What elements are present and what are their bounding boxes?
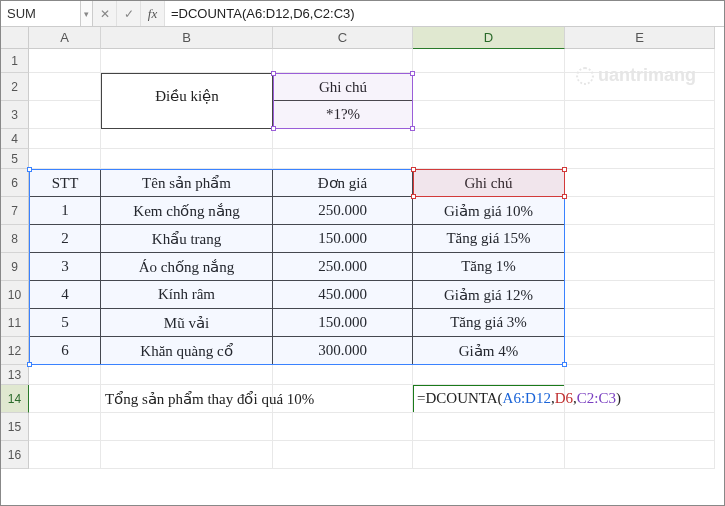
cell-E15[interactable] [565,413,715,441]
cell-C13[interactable] [273,365,413,385]
row-header-7[interactable]: 7 [1,197,29,225]
row-header-16[interactable]: 16 [1,441,29,469]
cell-D16[interactable] [413,441,565,469]
cell-B3[interactable]: Điều kiện [101,101,273,129]
row-header-10[interactable]: 10 [1,281,29,309]
col-header-A[interactable]: A [29,27,101,49]
row-header-11[interactable]: 11 [1,309,29,337]
cell-B9[interactable]: Áo chống nắng [101,253,273,281]
cell-D7[interactable]: Giảm giá 10% [413,197,565,225]
cell-E10[interactable] [565,281,715,309]
name-box-dropdown-icon[interactable]: ▾ [81,1,93,26]
cell-D1[interactable] [413,49,565,73]
cell-B13[interactable] [101,365,273,385]
cell-B10[interactable]: Kính râm [101,281,273,309]
cell-B1[interactable] [101,49,273,73]
cell-C2[interactable]: Ghi chú [273,73,413,101]
row-header-5[interactable]: 5 [1,149,29,169]
cell-E7[interactable] [565,197,715,225]
cell-C14[interactable] [273,385,413,413]
cell-A2[interactable] [29,73,101,101]
cell-C6[interactable]: Đơn giá [273,169,413,197]
cell-C15[interactable] [273,413,413,441]
row-header-12[interactable]: 12 [1,337,29,365]
cell-B4[interactable] [101,129,273,149]
row-header-9[interactable]: 9 [1,253,29,281]
spreadsheet-grid[interactable]: A B C D E 1 2 Ghi chú 3 Điều kiện *1?% 4 [1,27,724,469]
cell-A16[interactable] [29,441,101,469]
cell-B12[interactable]: Khăn quàng cổ [101,337,273,365]
cell-A4[interactable] [29,129,101,149]
cell-C12[interactable]: 300.000 [273,337,413,365]
cell-C11[interactable]: 150.000 [273,309,413,337]
cell-A10[interactable]: 4 [29,281,101,309]
cell-E6[interactable] [565,169,715,197]
row-header-1[interactable]: 1 [1,49,29,73]
cell-A11[interactable]: 5 [29,309,101,337]
cell-D14[interactable]: =DCOUNTA(A6:D12,D6,C2:C3) [413,385,565,413]
cell-D13[interactable] [413,365,565,385]
cell-B11[interactable]: Mũ vải [101,309,273,337]
cell-A14[interactable] [29,385,101,413]
row-header-15[interactable]: 15 [1,413,29,441]
name-box[interactable]: SUM [1,1,81,26]
cell-D6[interactable]: Ghi chú [413,169,565,197]
cell-D10[interactable]: Giảm giá 12% [413,281,565,309]
cell-D2[interactable] [413,73,565,101]
cell-B5[interactable] [101,149,273,169]
cell-E9[interactable] [565,253,715,281]
cell-C10[interactable]: 450.000 [273,281,413,309]
cell-D9[interactable]: Tăng 1% [413,253,565,281]
cell-D11[interactable]: Tăng giá 3% [413,309,565,337]
cell-E4[interactable] [565,129,715,149]
cell-E3[interactable] [565,101,715,129]
row-header-2[interactable]: 2 [1,73,29,101]
cell-A6[interactable]: STT [29,169,101,197]
cell-A13[interactable] [29,365,101,385]
cell-A3[interactable] [29,101,101,129]
row-header-4[interactable]: 4 [1,129,29,149]
row-header-13[interactable]: 13 [1,365,29,385]
cell-E11[interactable] [565,309,715,337]
cell-C5[interactable] [273,149,413,169]
cell-E8[interactable] [565,225,715,253]
cell-C1[interactable] [273,49,413,73]
cell-E16[interactable] [565,441,715,469]
cell-D12[interactable]: Giảm 4% [413,337,565,365]
cell-D3[interactable] [413,101,565,129]
row-header-6[interactable]: 6 [1,169,29,197]
cell-C4[interactable] [273,129,413,149]
cell-D5[interactable] [413,149,565,169]
cell-A5[interactable] [29,149,101,169]
cancel-button[interactable]: ✕ [93,1,117,26]
cell-B16[interactable] [101,441,273,469]
cell-C8[interactable]: 150.000 [273,225,413,253]
cell-C7[interactable]: 250.000 [273,197,413,225]
cell-B8[interactable]: Khẩu trang [101,225,273,253]
cell-D8[interactable]: Tăng giá 15% [413,225,565,253]
cell-A8[interactable]: 2 [29,225,101,253]
cell-E2[interactable] [565,73,715,101]
cell-A7[interactable]: 1 [29,197,101,225]
cell-E12[interactable] [565,337,715,365]
formula-input[interactable]: =DCOUNTA(A6:D12,D6,C2:C3) [165,1,724,26]
cell-C16[interactable] [273,441,413,469]
col-header-D[interactable]: D [413,27,565,49]
cell-B15[interactable] [101,413,273,441]
cell-B7[interactable]: Kem chống nắng [101,197,273,225]
cell-D15[interactable] [413,413,565,441]
fx-button[interactable]: fx [141,1,165,26]
cell-C9[interactable]: 250.000 [273,253,413,281]
cell-C3[interactable]: *1?% [273,101,413,129]
row-header-8[interactable]: 8 [1,225,29,253]
cell-A9[interactable]: 3 [29,253,101,281]
row-header-14[interactable]: 14 [1,385,29,413]
col-header-C[interactable]: C [273,27,413,49]
row-header-3[interactable]: 3 [1,101,29,129]
cell-E5[interactable] [565,149,715,169]
cell-D4[interactable] [413,129,565,149]
confirm-button[interactable]: ✓ [117,1,141,26]
col-header-E[interactable]: E [565,27,715,49]
cell-A1[interactable] [29,49,101,73]
cell-A12[interactable]: 6 [29,337,101,365]
